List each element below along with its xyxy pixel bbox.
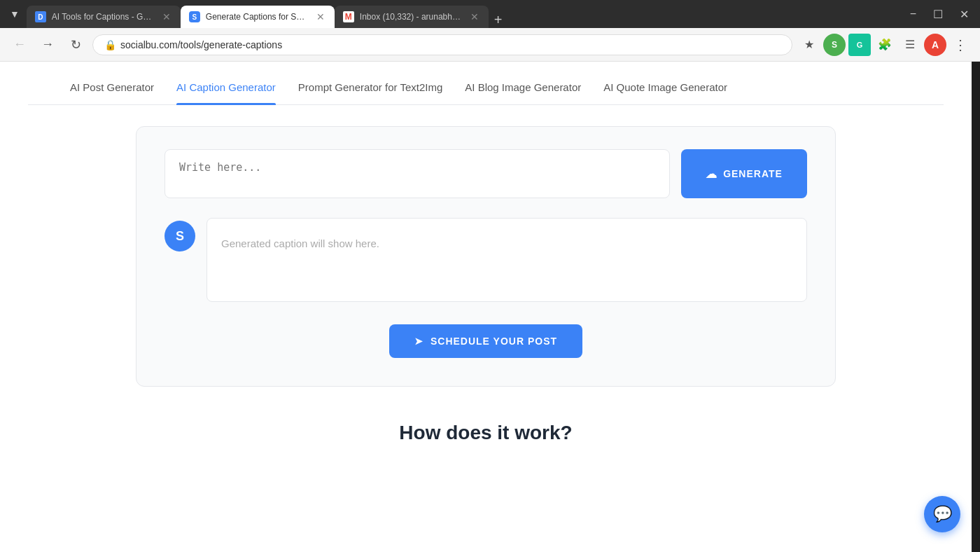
- tab-close-google-docs[interactable]: ✕: [161, 11, 172, 22]
- reload-button[interactable]: ↻: [64, 34, 87, 56]
- tab-favicon-google-docs: D: [35, 11, 46, 22]
- window-controls: − ☐ ✕: [904, 6, 974, 22]
- star-button[interactable]: ★: [798, 34, 820, 56]
- tab-google-docs[interactable]: D AI Tools for Captions - Google ✕: [27, 6, 181, 28]
- tab-prompt-generator[interactable]: Prompt Generator for Text2Img: [298, 81, 442, 104]
- address-bar[interactable]: 🔒 socialbu.com/tools/generate-captions: [92, 34, 792, 55]
- tab-favicon-gmail: M: [343, 11, 354, 22]
- tab-ai-caption-generator[interactable]: AI Caption Generator: [176, 81, 276, 104]
- chat-icon: 💬: [933, 505, 952, 523]
- page-content: AI Post Generator AI Caption Generator P…: [0, 62, 972, 552]
- address-domain: socialbu.com: [120, 39, 178, 50]
- chrome-menu[interactable]: ⋮: [949, 34, 972, 56]
- avatar-letter: S: [176, 229, 184, 244]
- maximize-button[interactable]: ☐: [927, 6, 948, 22]
- schedule-label: SCHEDULE YOUR POST: [430, 336, 557, 347]
- input-row: ☁ GENERATE: [164, 149, 807, 198]
- grammarly-extension[interactable]: G: [848, 34, 871, 56]
- address-bar-row: ← → ↻ 🔒 socialbu.com/tools/generate-capt…: [0, 28, 980, 62]
- close-button[interactable]: ✕: [954, 6, 974, 22]
- tab-ai-quote-image[interactable]: AI Quote Image Generator: [603, 81, 727, 104]
- forward-button[interactable]: →: [36, 34, 59, 56]
- back-button[interactable]: ←: [8, 34, 31, 56]
- tab-gmail[interactable]: M Inbox (10,332) - arunabh348@... ✕: [335, 6, 489, 28]
- security-icon: 🔒: [104, 39, 116, 50]
- extension-green[interactable]: S: [823, 34, 846, 56]
- sidebar-toggle[interactable]: ☰: [899, 34, 921, 56]
- chat-bubble[interactable]: 💬: [924, 496, 960, 532]
- schedule-row: ➤ SCHEDULE YOUR POST: [164, 324, 807, 358]
- schedule-icon: ➤: [414, 336, 424, 347]
- caption-input[interactable]: [164, 149, 670, 198]
- how-section-heading: How does it work?: [28, 408, 944, 444]
- address-text: socialbu.com/tools/generate-captions: [120, 39, 282, 50]
- toolbar-icons: ★ S G 🧩 ☰ A ⋮: [798, 34, 972, 56]
- generate-button[interactable]: ☁ GENERATE: [681, 149, 807, 198]
- tab-label-socialbu: Generate Captions for Social M...: [206, 12, 309, 22]
- minimize-button[interactable]: −: [904, 6, 922, 22]
- profile-button[interactable]: A: [924, 34, 946, 56]
- tab-ai-post-generator[interactable]: AI Post Generator: [70, 81, 154, 104]
- tab-favicon-socialbu: S: [189, 11, 200, 22]
- caption-output: Generated caption will show here.: [206, 218, 807, 302]
- avatar: S: [164, 221, 195, 251]
- generate-icon: ☁: [706, 167, 718, 181]
- output-area: S Generated caption will show here.: [164, 218, 807, 302]
- tab-socialbu[interactable]: S Generate Captions for Social M... ✕: [181, 6, 335, 28]
- generate-label: GENERATE: [723, 168, 783, 179]
- tab-label-gmail: Inbox (10,332) - arunabh348@...: [360, 12, 463, 22]
- puzzle-extension[interactable]: 🧩: [874, 34, 896, 56]
- browser-window: ▼ D AI Tools for Captions - Google ✕ S G…: [0, 0, 980, 552]
- tab-ai-blog-image[interactable]: AI Blog Image Generator: [465, 81, 581, 104]
- nav-tabs: AI Post Generator AI Caption Generator P…: [28, 62, 944, 105]
- address-path: /tools/generate-captions: [178, 39, 282, 50]
- add-tab-button[interactable]: +: [489, 12, 508, 28]
- tab-label-google-docs: AI Tools for Captions - Google: [52, 12, 155, 22]
- caption-output-text: Generated caption will show here.: [221, 237, 379, 249]
- title-bar: ▼ D AI Tools for Captions - Google ✕ S G…: [0, 0, 980, 28]
- how-heading-text: How does it work?: [399, 422, 572, 443]
- tab-dropdown[interactable]: ▼: [6, 6, 24, 22]
- tab-close-gmail[interactable]: ✕: [469, 11, 480, 22]
- tab-close-socialbu[interactable]: ✕: [315, 11, 326, 22]
- tool-container: ☁ GENERATE S Generated caption will show…: [136, 126, 836, 387]
- tab-strip: D AI Tools for Captions - Google ✕ S Gen…: [27, 0, 902, 28]
- schedule-button[interactable]: ➤ SCHEDULE YOUR POST: [389, 324, 582, 358]
